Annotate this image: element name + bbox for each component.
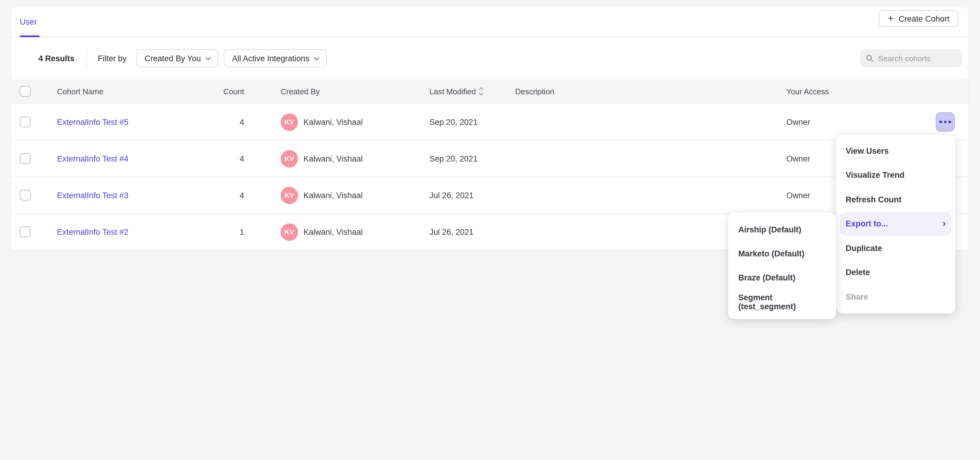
- last-modified-date: Jul 26, 2021: [430, 214, 474, 250]
- menu-item-refresh-count[interactable]: Refresh Count: [836, 187, 955, 212]
- last-modified-date: Jul 26, 2021: [430, 177, 474, 213]
- submenu-item-marketo[interactable]: Marketo (Default): [728, 242, 836, 266]
- submenu-item-airship[interactable]: Airship (Default): [728, 217, 836, 242]
- cohorts-page: User + Create Cohort 4 Results Filter by…: [0, 0, 980, 460]
- column-last-modified-label: Last Modified: [430, 87, 476, 96]
- created-by-dropdown[interactable]: Created By You: [136, 49, 218, 67]
- column-cohort-name: Cohort Name: [57, 79, 103, 103]
- row-checkbox[interactable]: [20, 117, 30, 127]
- chevron-right-icon: ›: [942, 218, 946, 228]
- menu-item-view-users[interactable]: View Users: [836, 139, 955, 163]
- column-created-by: Created By: [281, 79, 320, 103]
- created-by-name: Kalwani, Vishaal: [304, 191, 363, 200]
- created-by-name: Kalwani, Vishaal: [304, 154, 363, 163]
- created-by-name: Kalwani, Vishaal: [304, 227, 363, 236]
- row-actions-button[interactable]: [935, 112, 955, 131]
- integrations-dropdown[interactable]: All Active Integrations: [224, 49, 327, 67]
- column-description: Description: [515, 79, 554, 103]
- table-header: Cohort Name Count Created By Last Modifi…: [11, 79, 968, 103]
- cohort-count: 4: [189, 177, 244, 213]
- avatar: KV: [281, 187, 298, 204]
- table-row: ExternalInfo Test #3 4 KV Kalwani, Visha…: [11, 177, 968, 213]
- menu-item-export-to-label: Export to...: [846, 219, 888, 228]
- column-count: Count: [189, 79, 244, 103]
- last-modified-date: Sep 20, 2021: [430, 104, 478, 140]
- menu-item-export-to[interactable]: Export to... ›: [840, 212, 951, 236]
- create-cohort-label: Create Cohort: [899, 14, 950, 23]
- tab-bar: User + Create Cohort: [11, 7, 968, 37]
- avatar: KV: [281, 113, 298, 131]
- plus-icon: +: [888, 13, 894, 24]
- row-checkbox[interactable]: [20, 190, 30, 201]
- filter-bar: 4 Results Filter by Created By You All A…: [11, 37, 968, 79]
- created-by-name: Kalwani, Vishaal: [304, 117, 363, 126]
- menu-item-share: Share: [836, 285, 955, 309]
- chevron-down-icon: [205, 55, 210, 60]
- create-cohort-button[interactable]: + Create Cohort: [879, 10, 958, 27]
- select-all-checkbox[interactable]: [20, 86, 30, 97]
- cohort-name-link[interactable]: ExternalInfo Test #3: [57, 191, 128, 200]
- menu-item-visualize-trend[interactable]: Visualize Trend: [836, 163, 955, 187]
- header-checkbox-cell: [20, 79, 30, 103]
- table-row: ExternalInfo Test #4 4 KV Kalwani, Visha…: [11, 140, 968, 177]
- active-tab-underline: [20, 35, 40, 37]
- export-submenu: Airship (Default) Marketo (Default) Braz…: [728, 212, 836, 319]
- last-modified-date: Sep 20, 2021: [430, 141, 478, 177]
- created-by-dropdown-label: Created By You: [145, 54, 201, 63]
- vertical-divider: [86, 48, 87, 69]
- filter-by-label: Filter by: [98, 54, 127, 63]
- table-row: ExternalInfo Test #5 4 KV Kalwani, Visha…: [11, 103, 968, 140]
- cohort-name-link[interactable]: ExternalInfo Test #5: [57, 117, 128, 126]
- submenu-item-braze[interactable]: Braze (Default): [728, 266, 836, 290]
- tab-user-label: User: [20, 18, 37, 26]
- chevron-down-icon: [314, 55, 319, 60]
- row-checkbox[interactable]: [20, 153, 30, 164]
- cohort-count: 4: [189, 141, 244, 177]
- access-level: Owner: [786, 141, 810, 177]
- search-icon: [866, 54, 873, 62]
- tab-user[interactable]: User: [20, 7, 37, 37]
- ellipsis-icon: [940, 121, 942, 123]
- menu-item-duplicate[interactable]: Duplicate: [836, 236, 955, 260]
- row-context-menu: View Users Visualize Trend Refresh Count…: [836, 134, 955, 313]
- cohort-count: 1: [189, 214, 244, 250]
- sort-icon: [480, 88, 483, 94]
- search-input[interactable]: [878, 54, 956, 63]
- access-level: Owner: [786, 177, 810, 213]
- results-count: 4 Results: [38, 54, 74, 63]
- integrations-dropdown-label: All Active Integrations: [232, 54, 309, 63]
- avatar: KV: [281, 150, 298, 167]
- column-your-access: Your Access: [786, 79, 829, 103]
- column-last-modified[interactable]: Last Modified: [430, 79, 483, 103]
- access-level: Owner: [786, 104, 810, 140]
- avatar: KV: [281, 223, 298, 241]
- submenu-item-segment[interactable]: Segment (test_segment): [728, 290, 836, 315]
- cohort-name-link[interactable]: ExternalInfo Test #2: [57, 227, 128, 236]
- menu-item-delete[interactable]: Delete: [836, 260, 955, 285]
- row-checkbox[interactable]: [20, 227, 30, 237]
- search-box[interactable]: [860, 49, 962, 67]
- cohort-name-link[interactable]: ExternalInfo Test #4: [57, 154, 128, 163]
- cohort-count: 4: [189, 104, 244, 140]
